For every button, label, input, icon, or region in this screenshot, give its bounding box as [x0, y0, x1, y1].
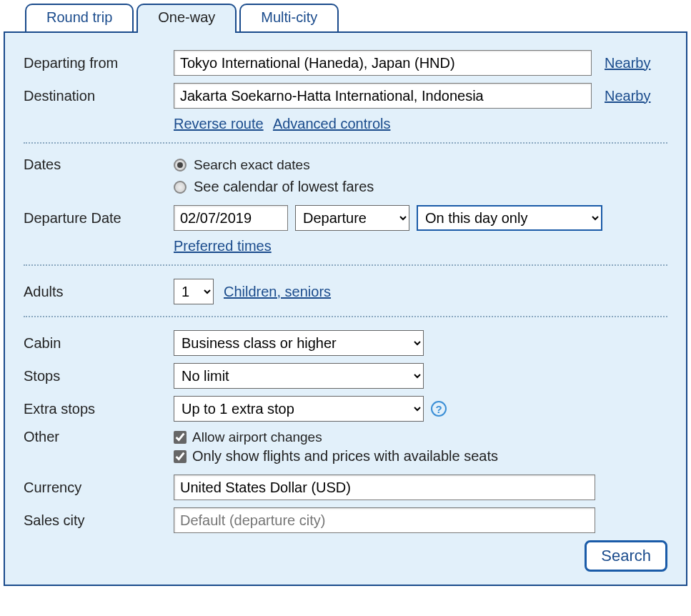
- exact-dates-radio[interactable]: [174, 159, 187, 172]
- divider: [24, 316, 667, 317]
- dates-label: Dates: [24, 157, 174, 173]
- date-flex-select[interactable]: On this day only: [417, 205, 602, 231]
- reverse-route-link[interactable]: Reverse route: [174, 116, 264, 131]
- departure-mode-select[interactable]: Departure: [295, 205, 409, 231]
- calendar-fares-text: See calendar of lowest fares: [194, 179, 374, 195]
- help-icon[interactable]: ?: [431, 401, 447, 417]
- stops-select[interactable]: No limit: [174, 363, 424, 389]
- divider: [24, 264, 667, 266]
- available-seats-checkbox[interactable]: [174, 450, 187, 463]
- departure-date-input[interactable]: [174, 205, 288, 231]
- departing-from-label: Departing from: [24, 55, 174, 71]
- calendar-fares-radio[interactable]: [174, 181, 187, 194]
- tab-round-trip[interactable]: Round trip: [25, 4, 134, 31]
- departing-from-input[interactable]: [174, 50, 592, 76]
- preferred-times-link[interactable]: Preferred times: [174, 238, 272, 254]
- adults-select[interactable]: 1: [174, 279, 214, 304]
- advanced-controls-link[interactable]: Advanced controls: [273, 116, 391, 131]
- destination-label: Destination: [24, 88, 174, 104]
- cabin-select[interactable]: Business class or higher: [174, 330, 424, 356]
- extra-stops-select[interactable]: Up to 1 extra stop: [174, 396, 424, 422]
- departure-date-label: Departure Date: [24, 210, 174, 227]
- extra-stops-label: Extra stops: [24, 401, 174, 417]
- sales-city-input[interactable]: [174, 507, 595, 533]
- divider: [24, 142, 667, 144]
- stops-label: Stops: [24, 368, 174, 384]
- currency-input[interactable]: [174, 475, 595, 500]
- children-seniors-link[interactable]: Children, seniors: [224, 284, 331, 300]
- tab-one-way[interactable]: One-way: [136, 4, 237, 33]
- search-panel: Departing from Nearby Destination Nearby…: [4, 31, 687, 586]
- nearby-to-link[interactable]: Nearby: [605, 88, 650, 104]
- cabin-label: Cabin: [24, 335, 174, 352]
- sales-city-label: Sales city: [24, 512, 174, 529]
- airport-changes-checkbox[interactable]: [174, 431, 187, 444]
- airport-changes-text: Allow airport changes: [192, 429, 322, 445]
- tab-multi-city[interactable]: Multi-city: [239, 4, 339, 31]
- search-button[interactable]: Search: [585, 540, 667, 572]
- adults-label: Adults: [24, 284, 174, 300]
- trip-type-tabs: Round trip One-way Multi-city: [4, 4, 687, 31]
- nearby-from-link[interactable]: Nearby: [605, 55, 650, 71]
- other-label: Other: [24, 429, 174, 445]
- available-seats-text: Only show flights and prices with availa…: [192, 448, 498, 465]
- exact-dates-text: Search exact dates: [194, 157, 310, 173]
- destination-input[interactable]: [174, 83, 592, 109]
- currency-label: Currency: [24, 480, 174, 496]
